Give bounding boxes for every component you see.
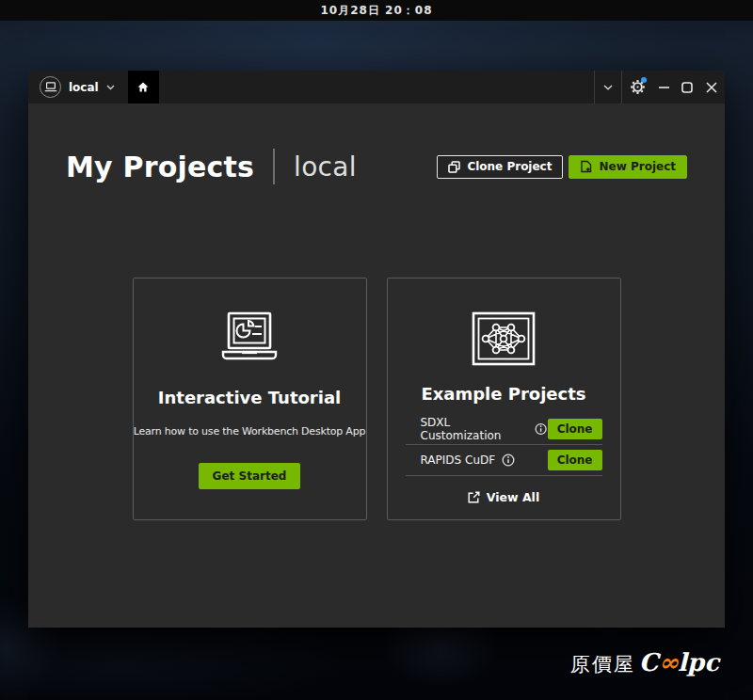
clone-icon [448, 161, 460, 173]
external-link-icon [468, 491, 480, 503]
context-selector[interactable]: local [28, 71, 128, 103]
titlebar: local [28, 71, 725, 103]
minimize-icon [659, 87, 669, 88]
project-name: RAPIDS CuDF [406, 453, 516, 467]
info-icon[interactable] [502, 453, 515, 467]
interactive-tutorial-card[interactable]: Interactive Tutorial Learn how to use th… [133, 278, 367, 520]
dropdown-chevron-icon [603, 85, 613, 90]
page-header: My Projects local Clone Project [28, 103, 725, 184]
new-project-icon [580, 160, 592, 173]
title-separator [273, 149, 275, 184]
title-group: My Projects local [66, 149, 357, 184]
view-all-label: View All [487, 490, 539, 504]
minimize-button[interactable] [652, 71, 676, 103]
context-name: local [294, 151, 357, 183]
project-name: SDXL Customization [406, 416, 548, 442]
tutorial-card-description: Learn how to use the Workbench Desktop A… [134, 425, 366, 438]
laptop-chart-icon [214, 311, 285, 370]
clone-project-button[interactable]: Clone Project [437, 155, 563, 179]
laptop-icon [40, 76, 61, 98]
neural-network-icon [472, 311, 536, 366]
watermark-cjk: 原價屋 [570, 651, 635, 677]
clone-button[interactable]: Clone [548, 419, 602, 439]
example-projects-card: Example Projects SDXL Customization Clon… [387, 278, 621, 520]
infinity-glyph: ∞ [658, 648, 678, 676]
maximize-button[interactable] [676, 71, 697, 103]
close-icon [706, 82, 717, 93]
info-icon[interactable] [535, 422, 547, 436]
new-project-label: New Project [599, 160, 676, 173]
list-item: RAPIDS CuDF Clone [406, 445, 602, 476]
close-button[interactable] [697, 71, 725, 103]
clone-button[interactable]: Clone [548, 450, 602, 470]
os-status-bar: 10月28日 20：08 [0, 0, 753, 21]
context-label: local [69, 81, 99, 94]
coolpc-watermark: 原價屋C∞lpc [570, 648, 719, 677]
settings-button[interactable] [622, 71, 652, 103]
watermark-lpc: lpc [678, 648, 719, 676]
window-menu-button[interactable] [595, 71, 621, 103]
watermark-c: C [639, 648, 659, 676]
list-item: SDXL Customization Clone [406, 414, 602, 445]
new-project-button[interactable]: New Project [569, 155, 687, 179]
notification-dot [641, 77, 647, 83]
maximize-icon [681, 82, 693, 93]
example-project-list: SDXL Customization Clone RAPIDS CuDF [406, 414, 602, 476]
page-title: My Projects [66, 151, 254, 183]
clone-project-label: Clone Project [467, 160, 552, 173]
tab-home[interactable] [128, 71, 159, 103]
view-all-link[interactable]: View All [468, 490, 539, 504]
home-icon [136, 81, 150, 93]
chevron-down-icon [106, 85, 115, 90]
my-projects-page: My Projects local Clone Project [28, 103, 725, 628]
examples-card-title: Example Projects [421, 384, 585, 404]
titlebar-drag-area [159, 71, 594, 103]
tutorial-card-title: Interactive Tutorial [158, 388, 341, 407]
header-actions: Clone Project New Project [437, 155, 687, 179]
clock: 10月28日 20：08 [321, 3, 433, 19]
cards-row: Interactive Tutorial Learn how to use th… [28, 278, 725, 520]
workbench-window: local [28, 71, 725, 628]
get-started-button[interactable]: Get Started [199, 463, 301, 489]
